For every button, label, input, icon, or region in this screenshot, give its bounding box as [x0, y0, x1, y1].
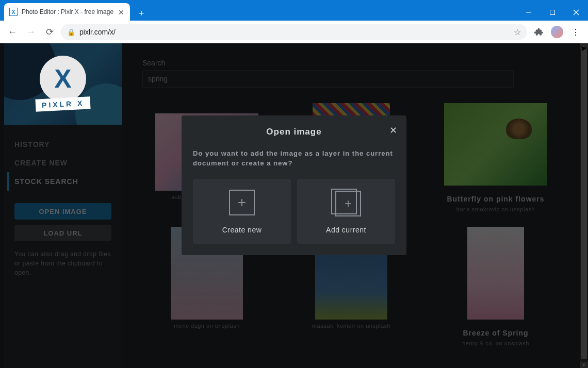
- create-new-label: Create new: [222, 226, 262, 234]
- titlebar: X Photo Editor : Pixlr X - free image ✕ …: [0, 0, 588, 21]
- add-current-button[interactable]: + Add current: [297, 179, 395, 244]
- omnibox[interactable]: 🔒 pixlr.com/x/ ☆: [61, 24, 527, 40]
- modal-text: Do you want to add the image as a layer …: [193, 148, 395, 169]
- profile-avatar[interactable]: [550, 25, 564, 39]
- back-button[interactable]: ←: [5, 25, 20, 39]
- modal-overlay[interactable]: Open image ✕ Do you want to add the imag…: [0, 43, 588, 368]
- logo-letter: X: [40, 56, 86, 102]
- layer-plus-icon: +: [331, 189, 361, 216]
- create-new-button[interactable]: + Create new: [193, 179, 291, 244]
- add-current-label: Add current: [326, 226, 366, 234]
- maximize-button[interactable]: [541, 4, 564, 21]
- svg-rect-1: [550, 10, 555, 15]
- lock-icon: 🔒: [67, 28, 75, 36]
- minimize-button[interactable]: [517, 4, 541, 21]
- reload-button[interactable]: ⟳: [42, 25, 57, 39]
- plus-box-icon: +: [227, 189, 257, 216]
- open-image-modal: Open image ✕ Do you want to add the imag…: [182, 115, 406, 255]
- forward-button[interactable]: →: [24, 25, 38, 39]
- browser-tab[interactable]: X Photo Editor : Pixlr X - free image ✕: [4, 3, 130, 21]
- modal-title: Open image: [193, 127, 395, 137]
- app-content: X PIXLR X HISTORY CREATE NEW STOCK SEARC…: [0, 43, 588, 368]
- chrome-window: X Photo Editor : Pixlr X - free image ✕ …: [0, 0, 588, 368]
- close-tab-icon[interactable]: ✕: [118, 8, 125, 15]
- modal-close-icon[interactable]: ✕: [389, 125, 397, 136]
- favicon: X: [9, 8, 18, 16]
- bookmark-star-icon[interactable]: ☆: [514, 27, 521, 37]
- window-controls: [517, 4, 588, 21]
- close-window-button[interactable]: [564, 4, 588, 21]
- new-tab-button[interactable]: +: [134, 6, 149, 21]
- url-text: pixlr.com/x/: [79, 28, 510, 36]
- chrome-menu-icon[interactable]: ⋮: [568, 25, 583, 39]
- extensions-icon[interactable]: [531, 25, 546, 39]
- address-bar: ← → ⟳ 🔒 pixlr.com/x/ ☆ ⋮: [0, 21, 588, 43]
- tab-title: Photo Editor : Pixlr X - free image: [22, 8, 113, 15]
